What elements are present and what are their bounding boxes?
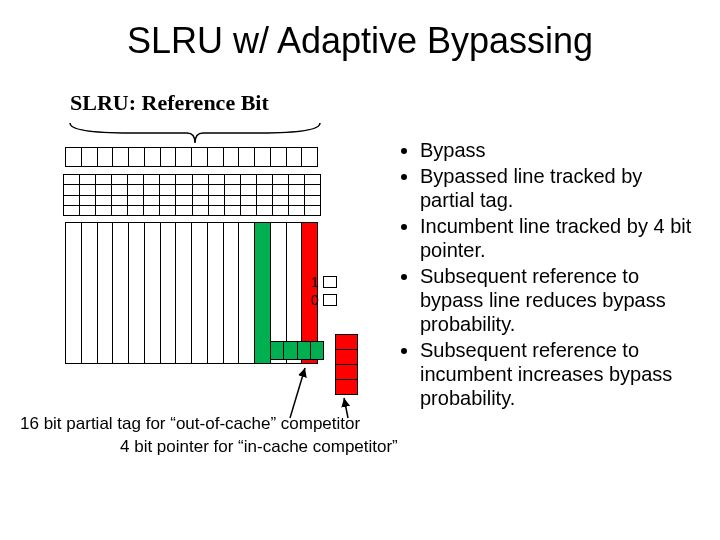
annotation-partial-tag: 16 bit partial tag for “out-of-cache” co… bbox=[20, 414, 360, 434]
annotation-pointer: 4 bit pointer for “in-cache competitor” bbox=[120, 437, 398, 457]
partial-tag-column bbox=[335, 334, 358, 395]
bypass-prob-legend: 1 0 bbox=[311, 273, 337, 309]
legend-zero-box bbox=[323, 294, 337, 306]
pointer-row bbox=[270, 341, 324, 360]
bullet-list: Bypass Bypassed line tracked by partial … bbox=[398, 138, 698, 412]
legend-one-label: 1 bbox=[311, 273, 319, 291]
incumbent-column bbox=[255, 223, 271, 363]
legend-zero-label: 0 bbox=[311, 291, 319, 309]
bullet-item: Subsequent reference to incumbent increa… bbox=[420, 338, 698, 410]
bullet-item: Incumbent line tracked by 4 bit pointer. bbox=[420, 214, 698, 262]
reference-bit-row bbox=[65, 147, 318, 167]
slru-subtitle: SLRU: Reference Bit bbox=[70, 90, 269, 116]
svg-line-0 bbox=[290, 368, 305, 418]
brace-icon bbox=[65, 118, 325, 148]
bullet-item: Bypassed line tracked by partial tag. bbox=[420, 164, 698, 212]
legend-one-box bbox=[323, 276, 337, 288]
bullet-item: Subsequent reference to bypass line redu… bbox=[420, 264, 698, 336]
bullet-item: Bypass bbox=[420, 138, 698, 162]
page-title: SLRU w/ Adaptive Bypassing bbox=[0, 0, 720, 62]
tag-row bbox=[63, 174, 321, 216]
